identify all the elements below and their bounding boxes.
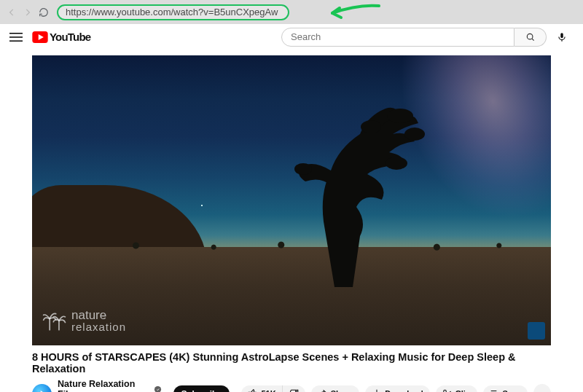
svg-point-11 xyxy=(294,163,312,175)
back-button[interactable] xyxy=(6,7,17,18)
like-count: 51K xyxy=(261,389,275,392)
share-icon xyxy=(318,388,328,392)
palm-icon xyxy=(42,310,67,332)
channel-name[interactable]: Nature Relaxation Films xyxy=(58,379,152,392)
svg-point-12 xyxy=(154,386,161,392)
svg-point-7 xyxy=(387,109,413,123)
forward-button[interactable] xyxy=(22,7,34,18)
svg-rect-6 xyxy=(561,39,562,41)
channel-corner-badge[interactable] xyxy=(528,322,545,340)
svg-rect-5 xyxy=(560,33,563,38)
clip-button[interactable]: Clip xyxy=(436,385,477,392)
youtube-logo[interactable]: YouTube xyxy=(32,31,90,43)
video-title: 8 HOURS of STARSCAPES (4K) Stunning Astr… xyxy=(32,351,551,375)
verified-icon xyxy=(154,385,162,392)
channel-avatar[interactable] xyxy=(32,384,52,392)
clip-label: Clip xyxy=(455,389,471,392)
clip-icon xyxy=(442,388,453,392)
video-meta-row: Nature Relaxation Films 914K subscribers… xyxy=(32,379,551,392)
download-icon xyxy=(372,388,382,392)
thumbs-up-icon xyxy=(248,388,258,392)
annotation-arrow xyxy=(328,3,386,23)
browser-toolbar: https://www.youtube.com/watch?v=B5unCXpe… xyxy=(0,0,583,24)
youtube-logo-text: YouTube xyxy=(50,31,90,43)
thumbs-down-icon xyxy=(289,388,299,392)
like-button[interactable]: 51K xyxy=(241,385,281,392)
menu-button[interactable] xyxy=(7,28,25,46)
svg-point-8 xyxy=(404,128,425,141)
voice-search-button[interactable] xyxy=(552,28,571,47)
dislike-button[interactable] xyxy=(282,385,305,392)
save-label: Save xyxy=(503,389,522,392)
share-button[interactable]: Share xyxy=(311,385,360,392)
download-label: Download xyxy=(385,389,423,392)
svg-rect-0 xyxy=(9,33,23,34)
watermark-line2: relaxation xyxy=(71,321,126,332)
download-button[interactable]: Download xyxy=(365,385,430,392)
reload-button[interactable] xyxy=(38,7,50,18)
subscribe-button[interactable]: Subscribe xyxy=(173,385,230,392)
tree-silhouette xyxy=(251,90,440,287)
svg-rect-1 xyxy=(9,36,23,38)
more-actions-button[interactable] xyxy=(533,384,551,392)
search-input[interactable] xyxy=(281,28,514,47)
svg-point-4 xyxy=(527,34,533,39)
url-text: https://www.youtube.com/watch?v=B5unCXpe… xyxy=(66,7,278,17)
address-bar[interactable]: https://www.youtube.com/watch?v=B5unCXpe… xyxy=(57,4,289,20)
youtube-header: YouTube xyxy=(0,24,583,50)
video-watermark: nature relaxation xyxy=(42,309,126,332)
share-label: Share xyxy=(331,389,353,392)
svg-point-10 xyxy=(361,120,381,133)
save-icon xyxy=(490,388,500,392)
search-button[interactable] xyxy=(514,28,547,47)
save-button[interactable]: Save xyxy=(483,385,528,392)
more-icon xyxy=(536,388,548,392)
video-player[interactable]: nature relaxation xyxy=(32,55,551,345)
svg-point-9 xyxy=(386,157,407,170)
watermark-line1: nature xyxy=(71,309,126,321)
svg-rect-2 xyxy=(9,40,23,42)
